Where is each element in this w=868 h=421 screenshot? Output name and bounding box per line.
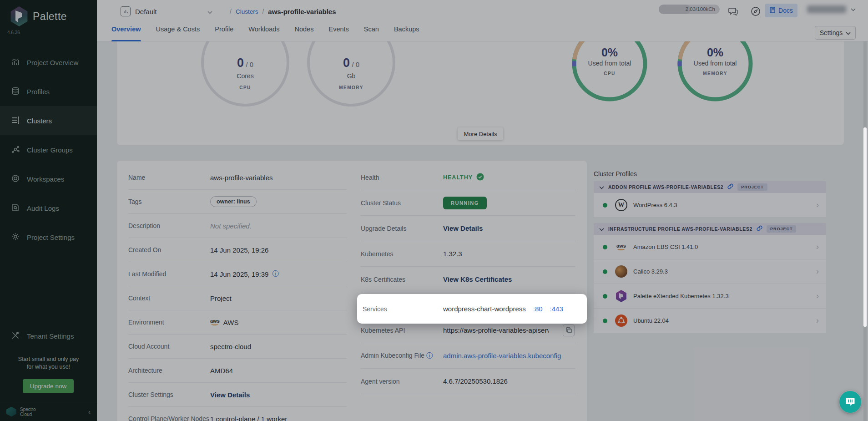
spotlight-dim-overlay[interactable] — [0, 0, 868, 421]
service-name: wordpress-chart-wordpress — [443, 305, 526, 313]
service-port-443-link[interactable]: :443 — [550, 305, 563, 313]
services-label: Services — [363, 305, 443, 313]
palette-app: Palette 4.6.36 Project Overview Profiles… — [0, 0, 868, 421]
service-port-80-link[interactable]: :80 — [533, 305, 543, 313]
services-spotlight-row: Services wordpress-chart-wordpress :80 :… — [357, 294, 587, 324]
support-chat-button[interactable] — [839, 391, 861, 413]
scrollbar-thumb[interactable] — [863, 127, 867, 327]
chat-bubble-icon — [845, 396, 856, 408]
